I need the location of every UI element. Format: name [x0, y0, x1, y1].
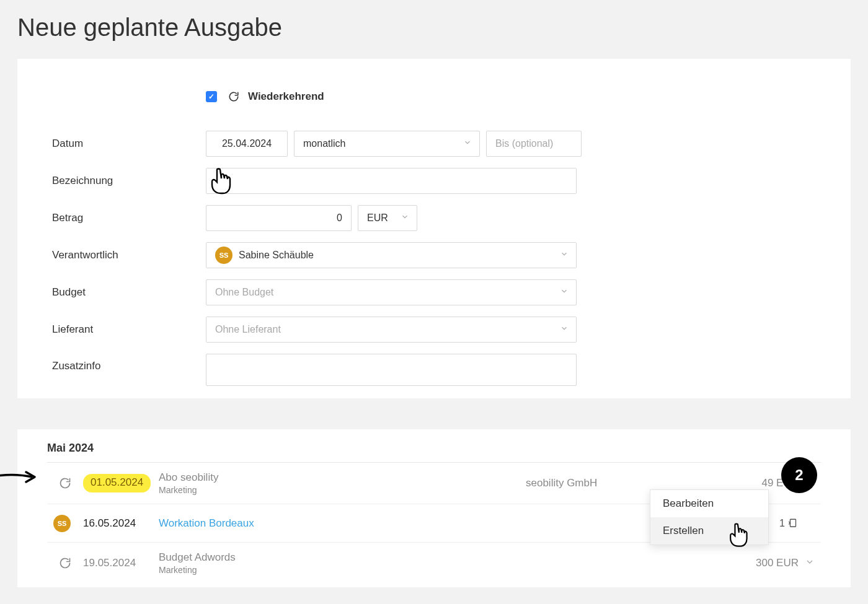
list-amount: 300 EUR: [712, 557, 799, 569]
menu-item-create[interactable]: Erstellen: [650, 517, 768, 545]
supplier-value: Ohne Lieferant: [215, 324, 281, 335]
name-input[interactable]: [206, 168, 577, 194]
date-value: 25.04.2024: [222, 138, 272, 149]
label-name: Bezeichnung: [52, 175, 206, 187]
label-responsible: Verantwortlich: [52, 249, 206, 261]
list-vendor: seobility GmbH: [526, 477, 712, 489]
amount-value: 0: [337, 212, 342, 224]
responsible-select[interactable]: SS Sabine Schäuble: [206, 242, 577, 268]
list-header: Mai 2024: [47, 442, 821, 463]
until-placeholder: Bis (optional): [495, 138, 553, 149]
list-date: 16.05.2024: [83, 517, 159, 530]
annotation-badge-2: 2: [781, 457, 817, 493]
list-title: Abo seobility: [159, 471, 526, 484]
recurring-icon: [47, 477, 83, 489]
list-row[interactable]: 19.05.2024 Budget Adwords Marketing 300 …: [47, 543, 821, 584]
responsible-name: Sabine Schäuble: [239, 250, 314, 261]
chevron-down-icon: [463, 138, 472, 149]
page-title: Neue geplante Ausgabe: [0, 0, 868, 59]
currency-select[interactable]: EUR: [358, 205, 417, 231]
chevron-down-icon: [560, 324, 569, 335]
menu-item-edit[interactable]: Bearbeiten: [650, 490, 768, 517]
avatar: SS: [53, 515, 71, 532]
label-supplier: Lieferant: [52, 323, 206, 336]
frequency-value: monatlich: [303, 138, 345, 149]
chevron-down-icon: [560, 287, 569, 298]
label-extra: Zusatzinfo: [52, 354, 206, 372]
list-subtitle: Marketing: [159, 565, 526, 575]
currency-value: EUR: [367, 212, 388, 224]
extra-textarea[interactable]: [206, 354, 577, 386]
form-card: ✓ Wiederkehrend Datum 25.04.2024 monatli…: [17, 59, 851, 398]
list-date-highlighted: 01.05.2024: [83, 474, 151, 492]
row-expand-button[interactable]: [799, 557, 821, 569]
date-input[interactable]: 25.04.2024: [206, 131, 288, 157]
list-title-link[interactable]: Workation Bordeaux: [159, 517, 526, 530]
list-title: Budget Adwords: [159, 551, 526, 564]
label-amount: Betrag: [52, 212, 206, 224]
list-subtitle: Marketing: [159, 485, 526, 495]
label-date: Datum: [52, 138, 206, 150]
avatar: SS: [215, 247, 232, 264]
budget-select[interactable]: Ohne Budget: [206, 279, 577, 305]
svg-rect-0: [790, 519, 796, 527]
supplier-select[interactable]: Ohne Lieferant: [206, 317, 577, 343]
recurring-label: Wiederkehrend: [248, 90, 324, 103]
frequency-select[interactable]: monatlich: [294, 131, 480, 157]
chevron-down-icon: [401, 212, 409, 224]
row-context-menu: Bearbeiten Erstellen: [650, 489, 769, 545]
recurring-checkbox[interactable]: ✓: [206, 91, 217, 102]
until-input[interactable]: Bis (optional): [486, 131, 582, 157]
chevron-down-icon: [560, 250, 569, 261]
label-budget: Budget: [52, 286, 206, 299]
recurring-icon: [47, 557, 83, 569]
amount-input[interactable]: 0: [206, 205, 352, 231]
budget-value: Ohne Budget: [215, 287, 273, 298]
list-date: 19.05.2024: [83, 557, 159, 569]
recurring-icon: [228, 91, 239, 102]
